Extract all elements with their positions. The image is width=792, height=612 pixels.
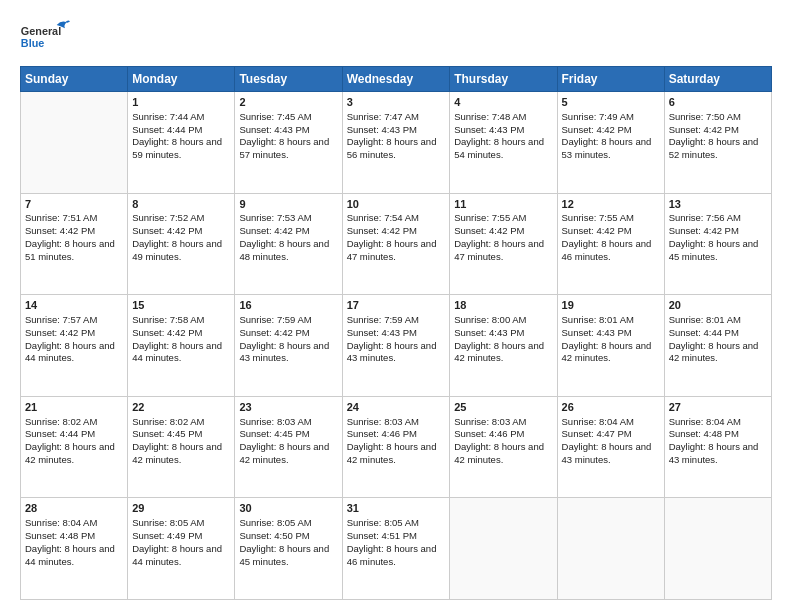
- calendar-cell: 22Sunrise: 8:02 AMSunset: 4:45 PMDayligh…: [128, 396, 235, 498]
- calendar-cell: [557, 498, 664, 600]
- day-header-saturday: Saturday: [664, 67, 771, 92]
- sunrise: Sunrise: 7:50 AM: [669, 111, 741, 122]
- calendar-cell: 4Sunrise: 7:48 AMSunset: 4:43 PMDaylight…: [450, 92, 557, 194]
- day-number: 29: [132, 501, 230, 516]
- calendar-cell: 7Sunrise: 7:51 AMSunset: 4:42 PMDaylight…: [21, 193, 128, 295]
- day-number: 20: [669, 298, 767, 313]
- day-number: 17: [347, 298, 446, 313]
- daylight: Daylight: 8 hours and 51 minutes.: [25, 238, 115, 262]
- calendar-cell: 13Sunrise: 7:56 AMSunset: 4:42 PMDayligh…: [664, 193, 771, 295]
- sunset: Sunset: 4:43 PM: [239, 124, 309, 135]
- sunrise: Sunrise: 8:03 AM: [347, 416, 419, 427]
- calendar-cell: 2Sunrise: 7:45 AMSunset: 4:43 PMDaylight…: [235, 92, 342, 194]
- daylight: Daylight: 8 hours and 44 minutes.: [25, 543, 115, 567]
- sunrise: Sunrise: 7:56 AM: [669, 212, 741, 223]
- calendar-cell: [664, 498, 771, 600]
- page: General Blue SundayMondayTuesdayWednesda…: [0, 0, 792, 612]
- day-number: 30: [239, 501, 337, 516]
- day-number: 31: [347, 501, 446, 516]
- calendar-cell: 24Sunrise: 8:03 AMSunset: 4:46 PMDayligh…: [342, 396, 450, 498]
- calendar-cell: [450, 498, 557, 600]
- calendar-cell: 14Sunrise: 7:57 AMSunset: 4:42 PMDayligh…: [21, 295, 128, 397]
- sunrise: Sunrise: 7:54 AM: [347, 212, 419, 223]
- daylight: Daylight: 8 hours and 45 minutes.: [239, 543, 329, 567]
- daylight: Daylight: 8 hours and 46 minutes.: [347, 543, 437, 567]
- daylight: Daylight: 8 hours and 56 minutes.: [347, 136, 437, 160]
- calendar-cell: 21Sunrise: 8:02 AMSunset: 4:44 PMDayligh…: [21, 396, 128, 498]
- day-number: 16: [239, 298, 337, 313]
- sunset: Sunset: 4:45 PM: [239, 428, 309, 439]
- sunset: Sunset: 4:44 PM: [25, 428, 95, 439]
- calendar-cell: 27Sunrise: 8:04 AMSunset: 4:48 PMDayligh…: [664, 396, 771, 498]
- sunrise: Sunrise: 8:04 AM: [562, 416, 634, 427]
- sunset: Sunset: 4:42 PM: [562, 124, 632, 135]
- day-header-sunday: Sunday: [21, 67, 128, 92]
- calendar-cell: 23Sunrise: 8:03 AMSunset: 4:45 PMDayligh…: [235, 396, 342, 498]
- sunrise: Sunrise: 7:49 AM: [562, 111, 634, 122]
- day-number: 13: [669, 197, 767, 212]
- day-number: 6: [669, 95, 767, 110]
- sunrise: Sunrise: 8:04 AM: [25, 517, 97, 528]
- calendar-cell: 6Sunrise: 7:50 AMSunset: 4:42 PMDaylight…: [664, 92, 771, 194]
- sunset: Sunset: 4:48 PM: [25, 530, 95, 541]
- calendar-cell: [21, 92, 128, 194]
- sunrise: Sunrise: 7:51 AM: [25, 212, 97, 223]
- sunrise: Sunrise: 7:59 AM: [239, 314, 311, 325]
- calendar-cell: 9Sunrise: 7:53 AMSunset: 4:42 PMDaylight…: [235, 193, 342, 295]
- calendar-cell: 11Sunrise: 7:55 AMSunset: 4:42 PMDayligh…: [450, 193, 557, 295]
- logo: General Blue: [20, 18, 70, 56]
- sunrise: Sunrise: 7:45 AM: [239, 111, 311, 122]
- sunrise: Sunrise: 7:57 AM: [25, 314, 97, 325]
- sunset: Sunset: 4:42 PM: [454, 225, 524, 236]
- day-number: 8: [132, 197, 230, 212]
- sunrise: Sunrise: 7:58 AM: [132, 314, 204, 325]
- sunset: Sunset: 4:42 PM: [562, 225, 632, 236]
- day-number: 23: [239, 400, 337, 415]
- sunset: Sunset: 4:42 PM: [25, 327, 95, 338]
- daylight: Daylight: 8 hours and 57 minutes.: [239, 136, 329, 160]
- day-number: 12: [562, 197, 660, 212]
- daylight: Daylight: 8 hours and 47 minutes.: [454, 238, 544, 262]
- sunrise: Sunrise: 8:05 AM: [132, 517, 204, 528]
- calendar-table: SundayMondayTuesdayWednesdayThursdayFrid…: [20, 66, 772, 600]
- sunrise: Sunrise: 8:05 AM: [347, 517, 419, 528]
- daylight: Daylight: 8 hours and 42 minutes.: [454, 441, 544, 465]
- sunset: Sunset: 4:42 PM: [25, 225, 95, 236]
- daylight: Daylight: 8 hours and 44 minutes.: [25, 340, 115, 364]
- calendar-cell: 5Sunrise: 7:49 AMSunset: 4:42 PMDaylight…: [557, 92, 664, 194]
- svg-text:Blue: Blue: [21, 37, 44, 49]
- sunset: Sunset: 4:43 PM: [454, 327, 524, 338]
- daylight: Daylight: 8 hours and 45 minutes.: [669, 238, 759, 262]
- day-number: 25: [454, 400, 552, 415]
- day-number: 10: [347, 197, 446, 212]
- daylight: Daylight: 8 hours and 46 minutes.: [562, 238, 652, 262]
- daylight: Daylight: 8 hours and 48 minutes.: [239, 238, 329, 262]
- sunset: Sunset: 4:45 PM: [132, 428, 202, 439]
- day-number: 5: [562, 95, 660, 110]
- calendar-cell: 20Sunrise: 8:01 AMSunset: 4:44 PMDayligh…: [664, 295, 771, 397]
- sunset: Sunset: 4:49 PM: [132, 530, 202, 541]
- day-header-monday: Monday: [128, 67, 235, 92]
- daylight: Daylight: 8 hours and 49 minutes.: [132, 238, 222, 262]
- day-number: 19: [562, 298, 660, 313]
- sunrise: Sunrise: 7:48 AM: [454, 111, 526, 122]
- daylight: Daylight: 8 hours and 42 minutes.: [347, 441, 437, 465]
- calendar-cell: 17Sunrise: 7:59 AMSunset: 4:43 PMDayligh…: [342, 295, 450, 397]
- daylight: Daylight: 8 hours and 54 minutes.: [454, 136, 544, 160]
- sunset: Sunset: 4:44 PM: [669, 327, 739, 338]
- sunset: Sunset: 4:43 PM: [454, 124, 524, 135]
- daylight: Daylight: 8 hours and 43 minutes.: [239, 340, 329, 364]
- calendar-cell: 18Sunrise: 8:00 AMSunset: 4:43 PMDayligh…: [450, 295, 557, 397]
- calendar-cell: 1Sunrise: 7:44 AMSunset: 4:44 PMDaylight…: [128, 92, 235, 194]
- sunrise: Sunrise: 7:44 AM: [132, 111, 204, 122]
- day-number: 14: [25, 298, 123, 313]
- daylight: Daylight: 8 hours and 42 minutes.: [454, 340, 544, 364]
- calendar-cell: 30Sunrise: 8:05 AMSunset: 4:50 PMDayligh…: [235, 498, 342, 600]
- sunrise: Sunrise: 8:03 AM: [239, 416, 311, 427]
- logo-icon: General Blue: [20, 18, 70, 56]
- sunset: Sunset: 4:46 PM: [454, 428, 524, 439]
- daylight: Daylight: 8 hours and 43 minutes.: [669, 441, 759, 465]
- calendar-week-3: 14Sunrise: 7:57 AMSunset: 4:42 PMDayligh…: [21, 295, 772, 397]
- day-header-wednesday: Wednesday: [342, 67, 450, 92]
- calendar-cell: 16Sunrise: 7:59 AMSunset: 4:42 PMDayligh…: [235, 295, 342, 397]
